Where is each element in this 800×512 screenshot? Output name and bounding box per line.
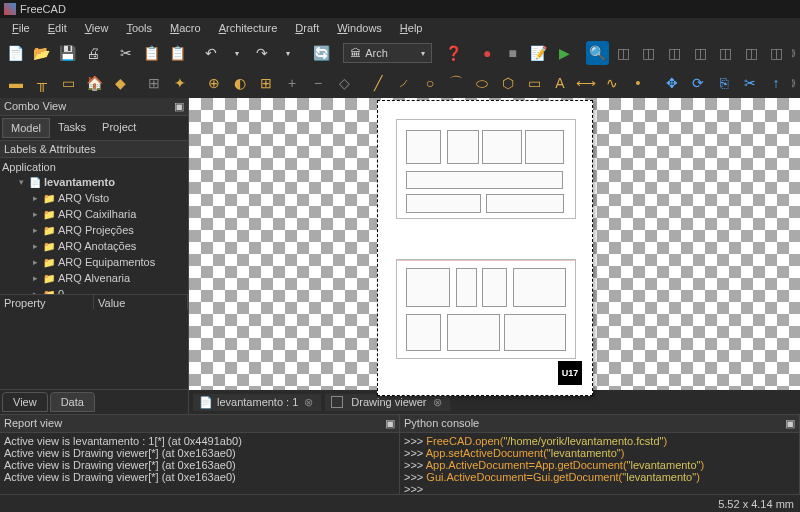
floor-icon[interactable]: ▭ [56, 71, 80, 95]
tree-root[interactable]: Application [2, 160, 186, 174]
add-icon[interactable]: ⊞ [254, 71, 278, 95]
offset-icon[interactable]: ⎘ [712, 71, 736, 95]
wall-icon[interactable]: ▬ [4, 71, 28, 95]
tab-close-icon[interactable]: ⊗ [431, 396, 444, 409]
menu-tools[interactable]: Tools [118, 20, 160, 36]
toolbar-more-icon[interactable]: ⟫ [791, 48, 796, 58]
cut-icon[interactable]: ✂ [114, 41, 138, 65]
menu-windows[interactable]: Windows [329, 20, 390, 36]
axis-icon[interactable]: ✦ [168, 71, 192, 95]
tab-project[interactable]: Project [94, 118, 144, 138]
tree-item[interactable]: ▸📁ARQ Visto [2, 190, 186, 206]
tab-data[interactable]: Data [50, 392, 95, 412]
drawing-canvas[interactable]: U17 [189, 98, 800, 390]
whatsthis-icon[interactable]: ❓ [442, 41, 466, 65]
arc-icon[interactable]: ⌒ [444, 71, 468, 95]
text-icon[interactable]: A [548, 71, 572, 95]
workbench-selector[interactable]: 🏛 Arch ▾ [343, 43, 432, 63]
rotate-icon[interactable]: ⟳ [686, 71, 710, 95]
macro-edit-icon[interactable]: 📝 [527, 41, 551, 65]
folder-icon: 📁 [42, 239, 56, 253]
minus-icon[interactable]: − [306, 71, 330, 95]
tree-item[interactable]: ▸📁ARQ Alvenaria [2, 270, 186, 286]
view-right-icon[interactable]: ◫ [688, 41, 712, 65]
panel-controls-icon[interactable]: ▣ [785, 417, 795, 430]
move-icon[interactable]: ✥ [660, 71, 684, 95]
toolbar-more-icon[interactable]: ⟫ [791, 78, 796, 88]
copy-icon[interactable]: 📋 [140, 41, 164, 65]
record-icon[interactable]: ● [475, 41, 499, 65]
menu-view[interactable]: View [77, 20, 117, 36]
menu-architecture[interactable]: Architecture [211, 20, 286, 36]
folder-icon: 📁 [42, 191, 56, 205]
macro-play-icon[interactable]: ▶ [552, 41, 576, 65]
panel-controls-icon[interactable]: ▣ [385, 417, 395, 430]
tree-item[interactable]: ▸📁ARQ Projeções [2, 222, 186, 238]
view-top-icon[interactable]: ◫ [663, 41, 687, 65]
refresh-icon[interactable]: 🔄 [310, 41, 334, 65]
menu-draft[interactable]: Draft [287, 20, 327, 36]
tree-item[interactable]: ▸📁ARQ Equipamentos [2, 254, 186, 270]
menu-file[interactable]: File [4, 20, 38, 36]
report-body[interactable]: Active view is levantamento : 1[*] (at 0… [0, 433, 399, 494]
section-icon[interactable]: ⊕ [202, 71, 226, 95]
tree-document[interactable]: ▾📄levantamento [2, 174, 186, 190]
tab-tasks[interactable]: Tasks [50, 118, 94, 138]
arch-icon: 🏛 [350, 47, 361, 59]
view-left-icon[interactable]: ◫ [765, 41, 789, 65]
view-rear-icon[interactable]: ◫ [714, 41, 738, 65]
view-front-icon[interactable]: ◫ [637, 41, 661, 65]
point-icon[interactable]: • [626, 71, 650, 95]
tree-item[interactable]: ▸📁0 [2, 286, 186, 294]
roof-icon[interactable]: ◐ [228, 71, 252, 95]
polygon-icon[interactable]: ⬡ [496, 71, 520, 95]
open-icon[interactable]: 📂 [30, 41, 54, 65]
circle-icon[interactable]: ○ [418, 71, 442, 95]
upgrade-icon[interactable]: ↑ [764, 71, 788, 95]
building-icon[interactable]: 🏠 [82, 71, 106, 95]
line-icon[interactable]: ╱ [366, 71, 390, 95]
doctab-label: levantamento : 1 [217, 396, 298, 408]
paste-icon[interactable]: 📋 [166, 41, 190, 65]
redo-menu-icon[interactable]: ▾ [276, 41, 300, 65]
document-tab[interactable]: Drawing viewer ⊗ [325, 394, 449, 411]
site-icon[interactable]: ◆ [108, 71, 132, 95]
tree-item[interactable]: ▸📁ARQ Caixilharia [2, 206, 186, 222]
trimex-icon[interactable]: ✂ [738, 71, 762, 95]
save-icon[interactable]: 💾 [55, 41, 79, 65]
doctab-label: Drawing viewer [351, 396, 426, 408]
zoom-fit-icon[interactable]: 🔍 [586, 41, 610, 65]
structure-icon[interactable]: ╥ [30, 71, 54, 95]
tab-model[interactable]: Model [2, 118, 50, 138]
plus-icon[interactable]: + [280, 71, 304, 95]
undo-menu-icon[interactable]: ▾ [225, 41, 249, 65]
bspline-icon[interactable]: ∿ [600, 71, 624, 95]
document-tab[interactable]: 📄 levantamento : 1 ⊗ [193, 394, 321, 411]
python-body[interactable]: >>> FreeCAD.open("/home/yorik/levantamen… [400, 433, 799, 494]
print-icon[interactable]: 🖨 [81, 41, 105, 65]
checkbox-icon[interactable] [331, 396, 343, 408]
rectangle-icon[interactable]: ▭ [522, 71, 546, 95]
menu-macro[interactable]: Macro [162, 20, 209, 36]
window-icon[interactable]: ⊞ [142, 71, 166, 95]
stop-icon[interactable]: ■ [501, 41, 525, 65]
menu-help[interactable]: Help [392, 20, 431, 36]
menu-edit[interactable]: Edit [40, 20, 75, 36]
wire-icon[interactable]: ⟋ [392, 71, 416, 95]
mesh-icon[interactable]: ◇ [332, 71, 356, 95]
combo-tabs: Model Tasks Project [0, 116, 188, 141]
new-icon[interactable]: 📄 [4, 41, 28, 65]
undo-icon[interactable]: ↶ [199, 41, 223, 65]
tab-view[interactable]: View [2, 392, 48, 412]
ellipse-icon[interactable]: ⬭ [470, 71, 494, 95]
tree-item[interactable]: ▸📁ARQ Anotações [2, 238, 186, 254]
toolbar-arch: ▬ ╥ ▭ 🏠 ◆ ⊞ ✦ ⊕ ◐ ⊞ + − ◇ ╱ ⟋ ○ ⌒ ⬭ ⬡ ▭ … [0, 68, 800, 98]
tab-close-icon[interactable]: ⊗ [302, 396, 315, 409]
property-area[interactable] [0, 309, 188, 389]
view-bottom-icon[interactable]: ◫ [740, 41, 764, 65]
panel-controls-icon[interactable]: ▣ [174, 100, 184, 113]
dimension-icon[interactable]: ⟷ [574, 71, 598, 95]
view-iso-icon[interactable]: ◫ [611, 41, 635, 65]
redo-icon[interactable]: ↷ [250, 41, 274, 65]
model-tree[interactable]: Application ▾📄levantamento ▸📁ARQ Visto ▸… [0, 158, 188, 294]
